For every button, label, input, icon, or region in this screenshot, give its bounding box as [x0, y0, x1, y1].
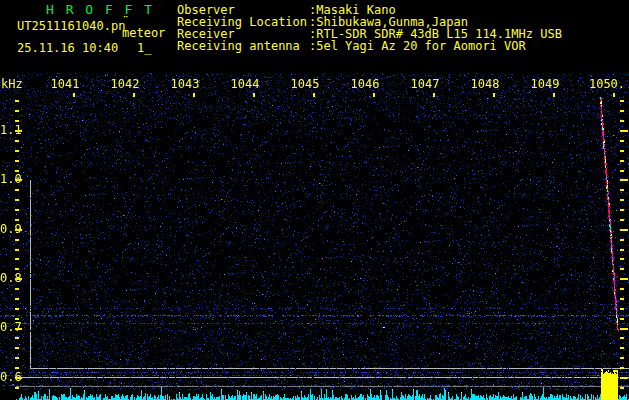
tick: [620, 140, 624, 142]
tick: [620, 367, 624, 369]
tick: [15, 189, 19, 191]
tick: [620, 199, 624, 201]
tick: [15, 199, 19, 201]
tick: [373, 93, 375, 97]
time-label-1049: 1049: [525, 77, 565, 91]
tick: [313, 93, 315, 97]
tick: [620, 120, 624, 122]
tick: [620, 318, 624, 320]
tick: [620, 160, 624, 162]
datetime-text: 25.11.16 10:40: [17, 41, 118, 55]
tick: [620, 268, 624, 270]
tick: [15, 160, 19, 162]
tick: [620, 377, 628, 379]
spectrogram-canvas: [0, 60, 629, 400]
tick: [620, 100, 624, 102]
tick: [620, 150, 624, 152]
antenna-label: Receiving antenna: [177, 39, 300, 53]
tick: [620, 249, 624, 251]
station-name: meteor: [122, 26, 165, 40]
tick: [15, 219, 19, 221]
tick: [15, 337, 19, 339]
tick: [193, 93, 195, 97]
tick: [15, 140, 19, 142]
tick: [15, 209, 19, 211]
hrofft-output-window: H R O F F T UT2511161040.pn ¨ meteor 25.…: [0, 0, 629, 400]
time-label-1041: 1041: [45, 77, 85, 91]
tick: [15, 170, 19, 172]
tick: [620, 387, 624, 389]
time-label-1042: 1042: [105, 77, 145, 91]
tick: [620, 288, 624, 290]
app-title: H R O F F T: [46, 2, 154, 17]
tick: [15, 367, 19, 369]
tick: [620, 179, 628, 181]
tick: [493, 93, 495, 97]
tick: [15, 268, 19, 270]
tick: [620, 278, 628, 280]
tick: [15, 150, 19, 152]
time-label-1044: 1044: [225, 77, 265, 91]
tick: [620, 328, 628, 330]
meteor-count: 1_: [137, 41, 151, 55]
freq-label-0-7: 0.7: [0, 320, 20, 334]
tick: [15, 239, 19, 241]
tick: [15, 100, 19, 102]
time-label-1050: 1050.: [587, 77, 627, 91]
tick: [15, 288, 19, 290]
filename-text: UT2511161040.pn: [17, 19, 125, 33]
tick: [133, 93, 135, 97]
tick: [620, 130, 628, 132]
tick: [15, 229, 22, 231]
antenna-value: :5el Yagi Az 20 for Aomori VOR: [309, 39, 526, 53]
tick: [15, 110, 19, 112]
tick: [620, 347, 624, 349]
tick: [433, 93, 435, 97]
tick: [620, 337, 624, 339]
tick: [620, 308, 624, 310]
freq-unit-label: kHz: [1, 77, 23, 91]
tick: [15, 387, 19, 389]
tick: [620, 258, 624, 260]
tick: [620, 110, 624, 112]
tick: [15, 318, 19, 320]
tick: [15, 258, 19, 260]
time-label-1045: 1045: [285, 77, 325, 91]
tick: [15, 249, 19, 251]
tick: [15, 278, 22, 280]
tick: [620, 357, 624, 359]
time-label-1047: 1047: [405, 77, 445, 91]
tick: [253, 93, 255, 97]
tick: [15, 357, 19, 359]
tick: [620, 298, 624, 300]
tick: [73, 93, 75, 97]
tick: [620, 229, 628, 231]
tick: [15, 179, 22, 181]
tick: [620, 189, 624, 191]
tick: [620, 239, 624, 241]
time-label-1043: 1043: [165, 77, 205, 91]
tick: [15, 130, 22, 132]
tick: [613, 93, 615, 97]
tick: [15, 298, 19, 300]
tick: [620, 209, 624, 211]
tick: [15, 377, 22, 379]
tick: [15, 347, 19, 349]
tick: [620, 219, 624, 221]
time-label-1048: 1048: [465, 77, 505, 91]
tick: [15, 308, 19, 310]
time-label-1046: 1046: [345, 77, 385, 91]
tick: [15, 120, 19, 122]
tick: [620, 170, 624, 172]
tick: [15, 328, 22, 330]
tick: [553, 93, 555, 97]
